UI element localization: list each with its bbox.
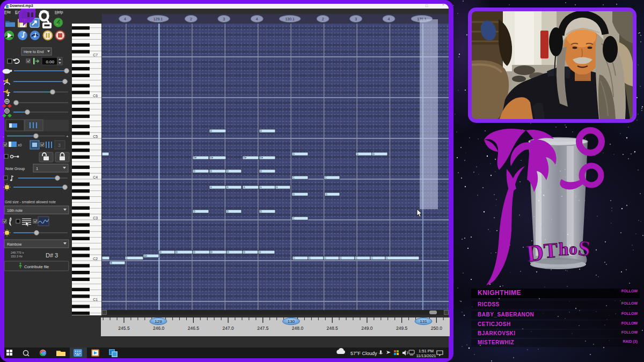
svg-text:G: G (293, 193, 295, 196)
svg-text:11/13/2021: 11/13/2021 (416, 353, 436, 358)
svg-text:249.770 s: 249.770 s (11, 251, 24, 254)
svg-text:248.5: 248.5 (327, 326, 339, 331)
svg-text:250.0: 250.0 (431, 326, 443, 331)
svg-text:Contribute file: Contribute file (24, 264, 49, 269)
svg-text:0.00: 0.00 (46, 60, 54, 64)
svg-text:247.0: 247.0 (222, 326, 234, 331)
svg-text:C4: C4 (93, 175, 98, 179)
svg-text:57°F Cloudy: 57°F Cloudy (350, 351, 377, 356)
svg-text:130: 130 (288, 319, 295, 324)
svg-text:C6: C6 (93, 94, 98, 98)
svg-text:G: G (326, 193, 328, 196)
svg-text:G: G (357, 153, 359, 156)
svg-text:File: File (4, 10, 11, 14)
svg-text:D: D (525, 239, 545, 267)
svg-text:246.5: 246.5 (188, 326, 200, 331)
svg-text:C1: C1 (93, 298, 98, 301)
svg-text:245.5: 245.5 (118, 326, 130, 331)
svg-text:C7: C7 (93, 53, 98, 57)
svg-text:Grid size - smallest allowed n: Grid size - smallest allowed note (5, 200, 56, 204)
svg-text:h: h (558, 239, 569, 259)
svg-text:o: o (569, 239, 578, 258)
svg-text:B: B (111, 262, 112, 264)
svg-text:F#: F# (210, 157, 214, 159)
svg-text:1:51 PM: 1:51 PM (419, 349, 434, 353)
svg-text:129: 129 (155, 319, 162, 324)
svg-text:247.5: 247.5 (257, 326, 269, 331)
svg-text:C5: C5 (93, 135, 98, 138)
svg-text:Note Group: Note Group (5, 167, 25, 171)
svg-text:F#: F# (244, 157, 247, 159)
svg-text:F#: F# (260, 157, 264, 159)
svg-text:C3: C3 (93, 216, 98, 220)
svg-text:Here to End: Here to End (24, 50, 43, 54)
svg-text:T: T (543, 238, 559, 262)
svg-text:G: G (373, 153, 375, 156)
svg-text:153.3 Hz: 153.3 Hz (11, 255, 23, 258)
svg-text:3: 3 (58, 143, 61, 148)
svg-text:4: 4 (124, 17, 126, 21)
svg-text:x0: x0 (18, 143, 22, 147)
svg-text:129.1: 129.1 (153, 17, 163, 21)
svg-text:246.0: 246.0 (153, 326, 165, 331)
svg-text:4: 4 (388, 17, 390, 21)
svg-text:4: 4 (256, 17, 258, 21)
svg-text:-: - (3, 134, 4, 139)
svg-text:G: G (293, 153, 295, 156)
svg-text:131: 131 (420, 319, 427, 324)
svg-text:1: 1 (36, 166, 38, 171)
svg-text:249.0: 249.0 (361, 326, 373, 331)
svg-text:248.0: 248.0 (292, 326, 304, 331)
svg-text:S: S (577, 235, 592, 261)
svg-text:130.1: 130.1 (285, 17, 295, 21)
svg-text:3: 3 (355, 17, 357, 21)
svg-text:16th note: 16th note (7, 209, 23, 212)
svg-text:C2: C2 (93, 257, 98, 261)
svg-text:2: 2 (190, 17, 192, 21)
svg-text:Rainbow: Rainbow (7, 242, 22, 246)
svg-text:249.5: 249.5 (396, 326, 408, 331)
svg-text:Eb: Eb (144, 255, 148, 257)
svg-text:2: 2 (322, 17, 324, 21)
svg-text:F#: F# (194, 157, 197, 159)
svg-text:3: 3 (223, 17, 225, 21)
svg-text:D# 3: D# 3 (46, 252, 58, 258)
svg-text:+: + (66, 134, 69, 139)
